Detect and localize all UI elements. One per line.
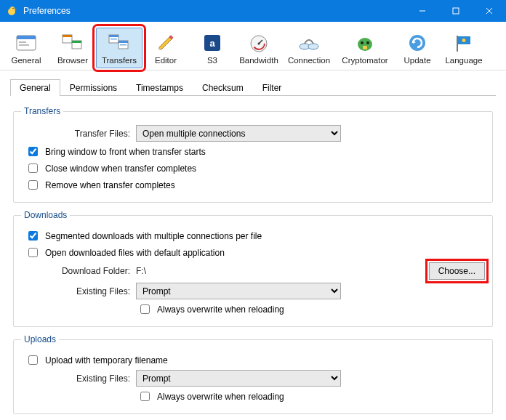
subtab-strip: General Permissions Timestamps Checksum … — [0, 70, 506, 96]
toolbar-browser[interactable]: Browser — [49, 28, 96, 68]
toolbar-language[interactable]: Language — [441, 28, 487, 68]
tab-permissions[interactable]: Permissions — [60, 79, 126, 96]
maximize-button[interactable] — [439, 0, 473, 22]
ul-existing-select[interactable]: Prompt — [136, 370, 341, 387]
segmented-checkbox[interactable]: Segmented downloads with multiple connec… — [25, 229, 485, 243]
uploads-group: Uploads Upload with temporary filename E… — [13, 334, 493, 414]
toolbar-general[interactable]: General — [3, 28, 49, 68]
choose-button[interactable]: Choose... — [429, 262, 485, 280]
browser-icon — [61, 31, 84, 54]
svg-rect-12 — [63, 35, 72, 37]
svg-rect-4 — [453, 8, 459, 14]
download-folder-value: F:\ — [136, 266, 423, 276]
tab-checksum[interactable]: Checksum — [193, 79, 253, 96]
svg-rect-14 — [72, 41, 81, 43]
toolbar-s3[interactable]: a S3 — [189, 28, 236, 68]
svg-point-27 — [258, 43, 260, 45]
remove-complete-checkbox[interactable]: Remove when transfer completes — [25, 178, 485, 192]
transfer-files-label: Transfer Files: — [21, 129, 130, 139]
svg-text:a: a — [209, 38, 215, 49]
toolbar-update[interactable]: Update — [394, 28, 441, 68]
toolbar-editor[interactable]: Editor — [142, 28, 189, 68]
toolbar-connection[interactable]: Connection — [282, 28, 336, 68]
dl-existing-select[interactable]: Prompt — [136, 283, 341, 299]
svg-point-32 — [366, 41, 369, 44]
svg-point-29 — [308, 44, 318, 49]
transfers-icon — [108, 31, 131, 54]
cryptomator-icon — [353, 31, 377, 54]
svg-rect-8 — [17, 36, 36, 39]
svg-point-1 — [10, 7, 15, 11]
svg-rect-19 — [119, 41, 128, 43]
svg-rect-20 — [120, 44, 126, 46]
open-default-checkbox[interactable]: Open downloaded files with default appli… — [25, 246, 485, 259]
ul-overwrite-checkbox[interactable]: Always overwrite when reloading — [137, 389, 485, 403]
svg-rect-16 — [109, 35, 119, 37]
svg-point-31 — [361, 41, 364, 44]
tab-general[interactable]: General — [10, 79, 60, 96]
general-icon — [15, 31, 38, 54]
transfer-files-select[interactable]: Open multiple connections — [136, 125, 341, 142]
toolbar-bandwidth[interactable]: Bandwidth — [236, 28, 282, 68]
toolbar-transfers[interactable]: Transfers — [96, 28, 142, 68]
titlebar: Preferences — [0, 0, 506, 22]
close-complete-checkbox[interactable]: Close window when transfer completes — [25, 161, 485, 175]
tab-filter[interactable]: Filter — [253, 79, 292, 96]
dl-overwrite-checkbox[interactable]: Always overwrite when reloading — [137, 302, 485, 316]
update-icon — [406, 31, 429, 54]
gauge-icon — [247, 31, 270, 54]
minimize-button[interactable] — [406, 0, 439, 22]
close-button[interactable] — [473, 0, 506, 22]
pencil-icon — [154, 31, 177, 54]
preferences-toolbar: General Browser Transfers Editor a S3 Ba… — [0, 22, 506, 70]
s3-icon: a — [201, 31, 224, 54]
svg-rect-9 — [19, 41, 26, 43]
svg-rect-17 — [111, 39, 117, 40]
transfers-legend: Transfers — [21, 106, 63, 116]
content-pane: Transfers Transfer Files: Open multiple … — [0, 96, 506, 420]
downloads-legend: Downloads — [21, 210, 70, 220]
toolbar-cryptomator[interactable]: Cryptomator — [336, 28, 394, 68]
bring-front-checkbox[interactable]: Bring window to front when transfer star… — [25, 145, 485, 158]
transfers-group: Transfers Transfer Files: Open multiple … — [13, 106, 493, 203]
uploads-legend: Uploads — [21, 334, 59, 344]
connection-icon — [297, 31, 321, 54]
window-title: Preferences — [23, 6, 406, 16]
svg-rect-10 — [19, 44, 29, 46]
temp-filename-checkbox[interactable]: Upload with temporary filename — [25, 353, 485, 367]
svg-point-36 — [462, 39, 466, 42]
tab-timestamps[interactable]: Timestamps — [126, 79, 193, 96]
downloads-group: Downloads Segmented downloads with multi… — [13, 210, 493, 327]
download-folder-label: Download Folder: — [21, 266, 130, 276]
flag-icon — [452, 31, 475, 54]
app-icon — [6, 5, 17, 17]
ul-existing-label: Existing Files: — [21, 373, 130, 384]
dl-existing-label: Existing Files: — [21, 286, 130, 296]
svg-rect-33 — [363, 46, 367, 49]
svg-point-34 — [409, 35, 425, 51]
svg-point-2 — [12, 8, 13, 9]
